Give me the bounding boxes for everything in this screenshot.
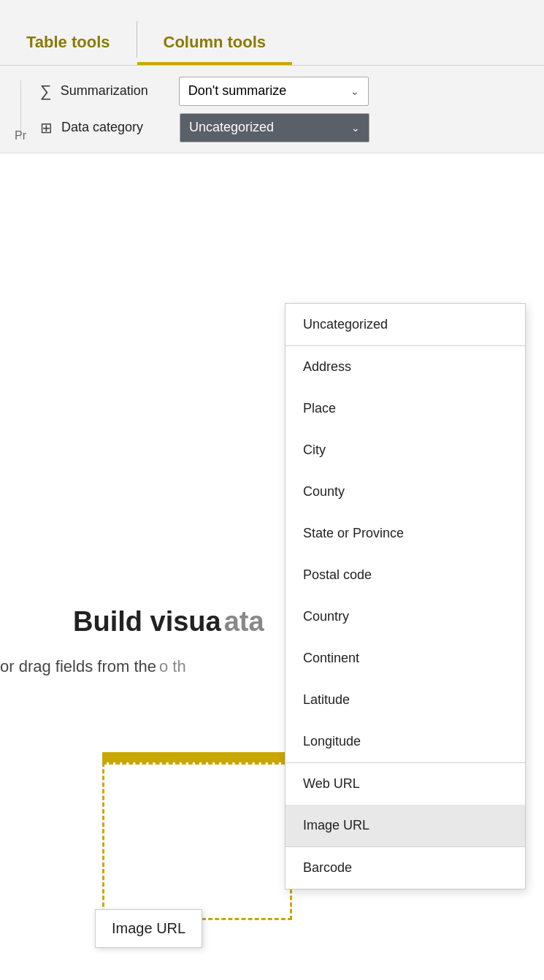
data-category-chevron-icon: ⌄ <box>351 122 360 134</box>
drag-fields-suffix: o th <box>159 657 186 675</box>
dropdown-item-latitude[interactable]: Latitude <box>286 679 525 721</box>
sigma-icon: ∑ <box>40 82 52 101</box>
dropdown-item-image-url[interactable]: Image URL <box>286 805 525 846</box>
dropdown-item-state-or-province[interactable]: State or Province <box>286 513 525 554</box>
dropdown-item-barcode[interactable]: Barcode <box>286 847 525 889</box>
main-content: Uncategorized Address Place City County … <box>0 153 544 980</box>
visual-top-bar <box>102 752 292 762</box>
dropdown-item-city[interactable]: City <box>286 429 525 471</box>
drag-fields-line1: or drag fields from the <box>0 657 156 675</box>
toolbar: ∨ ∑ Summarization Don't summarize ⌄ ⊞ Da… <box>0 66 544 153</box>
dropdown-item-country[interactable]: Country <box>286 596 525 638</box>
data-category-row: ⊞ Data category Uncategorized ⌄ <box>40 113 529 142</box>
visual-placeholder <box>102 752 292 920</box>
dropdown-item-web-url[interactable]: Web URL <box>286 763 525 805</box>
tab-column-tools-label: Column tools <box>164 33 267 51</box>
visual-dashed-box <box>102 762 292 920</box>
dropdown-item-continent[interactable]: Continent <box>286 638 525 679</box>
category-icon: ⊞ <box>40 119 53 137</box>
toolbar-rows: ∑ Summarization Don't summarize ⌄ ⊞ Data… <box>40 77 529 142</box>
summarization-row: ∑ Summarization Don't summarize ⌄ <box>40 77 529 106</box>
tab-table-tools-label: Table tools <box>26 33 110 51</box>
data-category-dropdown[interactable]: Uncategorized ⌄ <box>180 113 369 142</box>
summarization-value: Don't summarize <box>188 83 286 99</box>
tab-table-tools[interactable]: Table tools <box>0 23 137 65</box>
data-category-label: Data category <box>61 120 171 135</box>
dropdown-item-uncategorized[interactable]: Uncategorized <box>286 304 525 345</box>
build-visual-suffix: ata <box>224 606 264 637</box>
dropdown-item-longitude[interactable]: Longitude <box>286 721 525 762</box>
dropdown-item-county[interactable]: County <box>286 471 525 513</box>
tab-bar: Table tools Column tools <box>0 0 544 66</box>
data-category-dropdown-menu: Uncategorized Address Place City County … <box>285 303 526 889</box>
dropdown-item-postal-code[interactable]: Postal code <box>286 554 525 596</box>
summarization-chevron-icon: ⌄ <box>350 85 359 97</box>
image-url-tooltip-label: Image URL <box>112 920 185 936</box>
data-category-value: Uncategorized <box>189 120 274 135</box>
build-visual-line1: Build visua <box>73 606 221 637</box>
summarization-label: Summarization <box>61 83 170 99</box>
summarization-dropdown[interactable]: Don't summarize ⌄ <box>179 77 369 106</box>
image-url-tooltip: Image URL <box>95 909 202 948</box>
tab-column-tools[interactable]: Column tools <box>137 23 293 65</box>
dropdown-item-place[interactable]: Place <box>286 388 525 429</box>
dropdown-item-address[interactable]: Address <box>286 346 525 388</box>
properties-label: Pr <box>15 129 26 142</box>
